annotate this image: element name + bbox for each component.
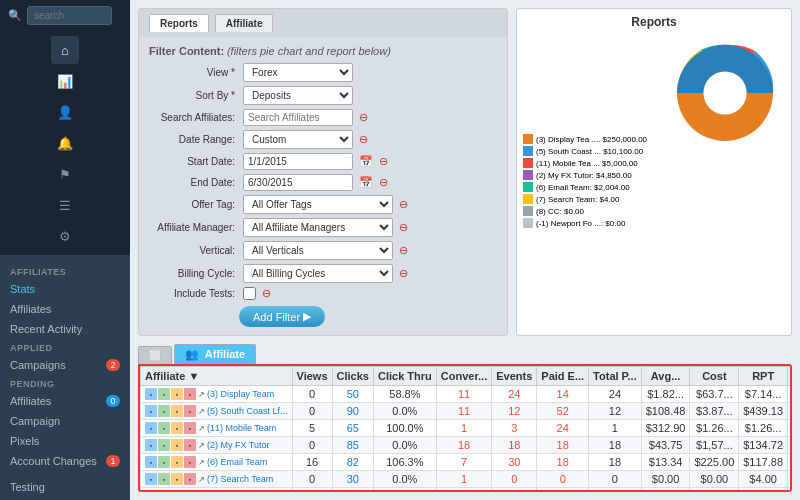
sidebar-user-icon[interactable]: 👤 (51, 98, 79, 126)
col-paid-e[interactable]: Paid E... (537, 367, 589, 386)
affiliate-name-link[interactable]: (2) My FX Tutor (207, 440, 270, 450)
clicks-link[interactable]: 30 (347, 473, 359, 485)
col-affiliate[interactable]: Affiliate ▼ (141, 367, 293, 386)
paid-link[interactable]: 52 (557, 405, 569, 417)
col-events[interactable]: Events (492, 367, 537, 386)
offer-tag-select[interactable]: All Offer Tags (243, 195, 393, 214)
paid-link[interactable]: 18 (557, 439, 569, 451)
tab-reports[interactable]: Reports (149, 14, 209, 32)
events-link[interactable]: 0 (511, 490, 517, 492)
conversions-link[interactable]: 7 (461, 456, 467, 468)
remove-offer-tag-icon[interactable]: ⊖ (399, 198, 408, 211)
col-rpt[interactable]: RPT (739, 367, 788, 386)
col-total-p[interactable]: Total P... (589, 367, 642, 386)
sidebar-list-icon[interactable]: ☰ (51, 191, 79, 219)
sidebar-item-pending-affiliates[interactable]: Affiliates 0 (0, 391, 130, 411)
remove-billing-icon[interactable]: ⊖ (399, 267, 408, 280)
end-date-input[interactable] (243, 174, 353, 191)
avg-cell: $0.00 (641, 471, 690, 488)
events-link[interactable]: 3 (511, 422, 517, 434)
sidebar-bell-icon[interactable]: 🔔 (51, 129, 79, 157)
date-range-select[interactable]: Custom (243, 130, 353, 149)
conversions-link[interactable]: 1 (461, 473, 467, 485)
conversions-link[interactable]: 1 (461, 422, 467, 434)
conversions-link[interactable]: 11 (458, 405, 470, 417)
cost-cell: $63.7... (690, 386, 739, 403)
events-link[interactable]: 0 (511, 473, 517, 485)
sort-by-select[interactable]: Deposits (243, 86, 353, 105)
calendar2-icon[interactable]: 📅 (359, 176, 373, 189)
start-date-input[interactable] (243, 153, 353, 170)
sidebar-flag-icon[interactable]: ⚑ (51, 160, 79, 188)
col-de[interactable]: De... (788, 367, 792, 386)
calendar-icon[interactable]: 📅 (359, 155, 373, 168)
paid-link[interactable]: 14 (557, 388, 569, 400)
billing-cycle-select[interactable]: All Billing Cycles (243, 264, 393, 283)
affiliate-manager-select[interactable]: All Affiliate Managers (243, 218, 393, 237)
affiliate-name-link[interactable]: (8) CC (207, 491, 234, 492)
col-clicks[interactable]: Clicks (332, 367, 373, 386)
sidebar-item-testing[interactable]: Testing (0, 477, 130, 497)
affiliate-name-link[interactable]: (5) South Coast Lf... (207, 406, 288, 416)
paid-e-cell: 14 (537, 386, 589, 403)
affiliate-name-link[interactable]: (7) Search Team (207, 474, 273, 484)
sidebar-item-recent-activity[interactable]: Recent Activity (0, 319, 130, 339)
events-link[interactable]: 12 (508, 405, 520, 417)
events-link[interactable]: 18 (508, 439, 520, 451)
events-link[interactable]: 30 (508, 456, 520, 468)
col-cost[interactable]: Cost (690, 367, 739, 386)
clicks-link[interactable]: 50 (347, 388, 359, 400)
offer-tag-row: Offer Tag: All Offer Tags ⊖ (149, 195, 497, 214)
view-select[interactable]: Forex (243, 63, 353, 82)
clicks-link[interactable]: 82 (347, 456, 359, 468)
clicks-link[interactable]: 90 (347, 405, 359, 417)
remove-start-date-icon[interactable]: ⊖ (379, 155, 388, 168)
include-tests-row: Include Tests: ⊖ (149, 287, 497, 300)
search-affiliates-input[interactable] (243, 109, 353, 126)
conversions-link[interactable]: 18 (458, 439, 470, 451)
col-views[interactable]: Views (292, 367, 332, 386)
vertical-select[interactable]: All Verticals (243, 241, 393, 260)
tab-affiliate-table[interactable]: 👥 Affiliate (174, 344, 256, 364)
conversions-link[interactable]: 0 (461, 490, 467, 492)
clicks-link[interactable]: 85 (347, 439, 359, 451)
events-link[interactable]: 24 (508, 388, 520, 400)
paid-link[interactable]: 18 (557, 456, 569, 468)
conversions-link[interactable]: 11 (458, 388, 470, 400)
tab-all[interactable]: ⬜ (138, 346, 172, 364)
remove-end-date-icon[interactable]: ⊖ (379, 176, 388, 189)
sidebar-item-affiliates[interactable]: Affiliates (0, 299, 130, 319)
clicks-link[interactable]: 1 (350, 490, 356, 492)
remove-aff-mgr-icon[interactable]: ⊖ (399, 221, 408, 234)
remove-vertical-icon[interactable]: ⊖ (399, 244, 408, 257)
pie-chart (665, 33, 785, 153)
sidebar-home-icon[interactable]: ⌂ (51, 36, 79, 64)
remove-icon[interactable]: ⊖ (359, 111, 368, 124)
affiliate-name-link[interactable]: (3) Display Team (207, 389, 274, 399)
paid-link[interactable]: 24 (557, 422, 569, 434)
remove-date-range-icon[interactable]: ⊖ (359, 133, 368, 146)
sidebar-item-pixels[interactable]: Pixels (0, 431, 130, 451)
sidebar-item-account-changes[interactable]: Account Changes 1 (0, 451, 130, 471)
col-click-thru[interactable]: Click Thru (373, 367, 436, 386)
affiliate-icon2: ↗ (198, 441, 205, 450)
sidebar-item-stats[interactable]: Stats (0, 279, 130, 299)
col-conversions[interactable]: Conver... (436, 367, 491, 386)
views-cell: 0 (292, 488, 332, 493)
search-input[interactable] (27, 6, 112, 25)
paid-link[interactable]: 0 (560, 473, 566, 485)
paid-link[interactable]: 0 (560, 490, 566, 492)
include-tests-checkbox[interactable] (243, 287, 256, 300)
sidebar-gear-icon[interactable]: ⚙ (51, 222, 79, 250)
sidebar-chart-icon[interactable]: 📊 (51, 67, 79, 95)
affiliate-name-link[interactable]: (11) Mobile Team (207, 423, 276, 433)
clicks-link[interactable]: 65 (347, 422, 359, 434)
col-avg[interactable]: Avg... (641, 367, 690, 386)
tab-affiliate[interactable]: Affiliate (215, 14, 274, 32)
sidebar-item-pending-campaign[interactable]: Campaign (0, 411, 130, 431)
add-filter-button[interactable]: Add Filter ▶ (239, 306, 325, 327)
sidebar-item-campaigns[interactable]: Campaigns 2 (0, 355, 130, 375)
affiliate-name-link[interactable]: (6) Email Team (207, 457, 267, 467)
remove-include-tests-icon[interactable]: ⊖ (262, 287, 271, 300)
legend-item: (11) Mobile Tea ... $5,000.00 (523, 158, 659, 168)
